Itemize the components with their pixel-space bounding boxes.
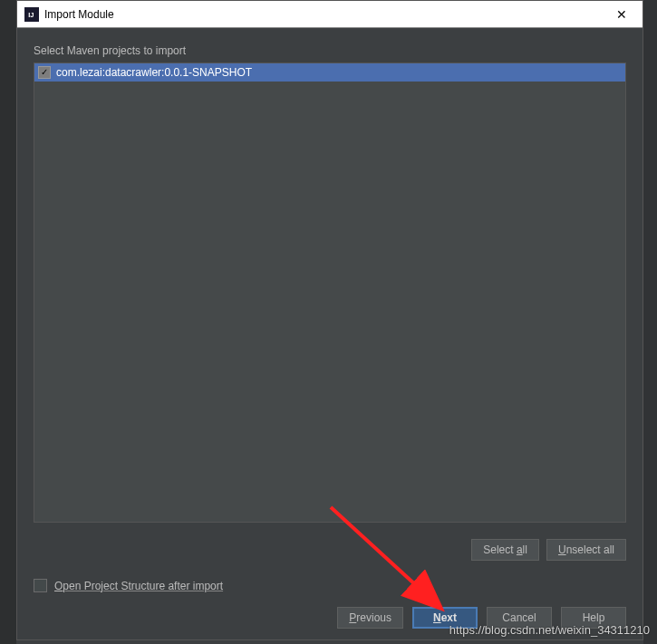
- import-module-dialog: IJ Import Module ✕ Select Maven projects…: [16, 0, 643, 640]
- projects-listbox[interactable]: ✓ com.lezai:datacrawler:0.0.1-SNAPSHOT: [34, 62, 626, 523]
- navigation-buttons-row: Previous Next Cancel Help: [34, 607, 626, 629]
- project-checkbox[interactable]: ✓: [38, 66, 51, 79]
- close-button[interactable]: ✕: [608, 7, 635, 22]
- help-button[interactable]: Help: [561, 607, 626, 629]
- titlebar: IJ Import Module ✕: [17, 1, 643, 28]
- select-all-button[interactable]: Select all: [471, 539, 539, 561]
- background-sidebar-right: [643, 0, 657, 644]
- open-structure-label[interactable]: Open Project Structure after import: [54, 580, 223, 592]
- project-list-item[interactable]: ✓ com.lezai:datacrawler:0.0.1-SNAPSHOT: [34, 63, 625, 82]
- dialog-content: Select Maven projects to import ✓ com.le…: [17, 28, 643, 639]
- next-button[interactable]: Next: [412, 607, 478, 629]
- open-structure-checkbox[interactable]: [34, 579, 47, 592]
- previous-button[interactable]: Previous: [337, 607, 403, 629]
- app-icon: IJ: [24, 7, 39, 22]
- unselect-all-button[interactable]: Unselect all: [546, 539, 626, 561]
- background-sidebar-left: [0, 0, 16, 644]
- open-structure-row: Open Project Structure after import: [34, 579, 626, 592]
- svg-text:IJ: IJ: [28, 11, 34, 19]
- selection-buttons-row: Select all Unselect all: [34, 539, 626, 561]
- section-label: Select Maven projects to import: [34, 44, 626, 57]
- cancel-button[interactable]: Cancel: [487, 607, 552, 629]
- project-label: com.lezai:datacrawler:0.0.1-SNAPSHOT: [56, 66, 252, 79]
- window-title: Import Module: [44, 8, 608, 21]
